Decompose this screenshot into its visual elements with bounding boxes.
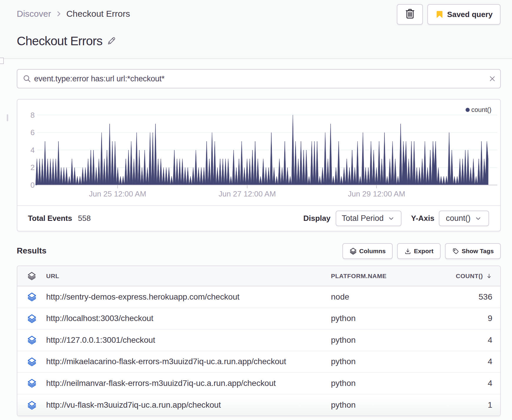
show-tags-button[interactable]: Show Tags [445,243,501,259]
cell-url[interactable]: http://mikaelacarino-flask-errors-m3uuiz… [46,357,331,366]
yaxis-value: count() [446,214,471,223]
breadcrumb-discover[interactable]: Discover [17,9,51,19]
table-header: URL PLATFORM.NAME COUNT() [17,266,500,286]
saved-query-label: Saved query [447,10,493,19]
saved-query-button[interactable]: Saved query [427,4,501,25]
breadcrumb-current: Checkout Errors [66,9,130,19]
columns-button[interactable]: Columns [342,243,393,259]
table-body: http://sentry-demos-express.herokuapp.co… [17,286,500,416]
x-tick-label: Jun 27 12:00 AM [218,189,276,198]
table-row[interactable]: http://sentry-demos-express.herokuapp.co… [17,286,500,308]
show-tags-label: Show Tags [462,248,494,255]
close-icon[interactable] [488,75,496,83]
bookmark-icon [436,11,443,18]
cell-platform: python [331,379,454,388]
sidebar-handle-artifact [0,58,4,64]
columns-label: Columns [359,248,386,255]
results-table: URL PLATFORM.NAME COUNT() http://sentry-… [17,266,501,416]
delete-query-button[interactable] [397,4,423,25]
cell-url[interactable]: http://vu-flask-m3uuizd7iq-uc.a.run.app/… [46,400,331,410]
display-value: Total Period [342,214,384,223]
total-events-value: 558 [78,214,91,223]
chevron-right-icon [55,10,63,18]
total-events-label: Total Events [28,214,72,223]
display-select[interactable]: Total Period [336,211,401,226]
column-header-count[interactable]: COUNT() [456,273,500,280]
yaxis-select[interactable]: count() [439,211,489,226]
cell-platform: python [331,335,454,345]
results-heading: Results [17,246,46,256]
header-actions: Saved query [397,4,501,25]
page-title: Checkout Errors [17,34,102,48]
column-header-platform[interactable]: PLATFORM.NAME [331,273,454,280]
stack-icon [28,272,36,280]
y-tick-label: 2 [31,163,35,172]
events-area-chart[interactable]: 02468 Jun 25 12:00 AMJun 27 12:00 AMJun … [17,100,500,205]
cell-url[interactable]: http://localhost:3003/checkout [46,314,331,323]
y-tick-label: 4 [31,146,35,154]
cell-count: 4 [488,357,500,366]
stack-icon-blue[interactable] [28,335,36,345]
chart-panel: 02468 Jun 25 12:00 AMJun 27 12:00 AMJun … [17,99,501,231]
column-header-url[interactable]: URL [46,273,331,280]
stack-icon-blue[interactable] [28,357,36,366]
cell-platform: node [331,292,454,302]
stack-icon-blue[interactable] [28,314,36,323]
cell-platform: python [331,314,454,323]
stack-icon-blue[interactable] [28,379,36,388]
sort-desc-arrow-icon [486,273,492,279]
download-icon [404,248,411,255]
cell-url[interactable]: http://127.0.0.1:3001/checkout [46,335,331,345]
yaxis-label: Y-Axis [411,214,435,223]
search-input[interactable]: event.type:error has:url url:*checkout* [34,74,488,83]
chart-legend[interactable]: count() [466,106,491,114]
cell-count: 536 [478,292,500,302]
count-header-label: COUNT() [456,273,483,280]
legend-label: count() [471,106,491,114]
cell-count: 4 [488,379,500,388]
cell-platform: python [331,357,454,366]
y-tick-label: 8 [31,111,35,120]
pencil-icon[interactable] [107,36,116,47]
stack-icon-blue[interactable] [28,401,36,410]
chevron-down-icon [387,215,395,222]
y-tick-label: 0 [31,181,35,189]
table-row[interactable]: http://vu-flask-m3uuizd7iq-uc.a.run.app/… [17,394,500,416]
layers-icon [350,248,357,255]
legend-dot-icon [466,108,470,112]
tag-icon [452,248,459,255]
cell-count: 1 [488,400,500,410]
chart-footer: Total Events 558 Display Total Period Y-… [17,205,500,231]
y-tick-label: 6 [31,128,35,137]
x-tick-label: Jun 29 12:00 AM [348,189,405,198]
display-label: Display [303,214,331,223]
table-row[interactable]: http://neilmanvar-flask-errors-m3uuizd7i… [17,373,500,394]
trash-icon [404,8,416,21]
scrollbar-artifact [7,114,8,121]
cell-url[interactable]: http://neilmanvar-flask-errors-m3uuizd7i… [46,379,331,388]
cell-platform: python [331,400,454,410]
breadcrumb: Discover Checkout Errors [17,9,130,19]
table-row[interactable]: http://localhost:3003/checkout python 9 [17,308,500,330]
table-row[interactable]: http://mikaelacarino-flask-errors-m3uuiz… [17,351,500,373]
cell-count: 4 [488,335,500,345]
search-bar[interactable]: event.type:error has:url url:*checkout* [17,69,501,88]
export-label: Export [414,248,434,255]
table-row[interactable]: http://127.0.0.1:3001/checkout python 4 [17,330,500,351]
stack-icon-blue[interactable] [28,292,36,301]
cell-url[interactable]: http://sentry-demos-express.herokuapp.co… [46,292,331,302]
export-button[interactable]: Export [397,243,441,259]
chevron-down-icon [474,215,482,222]
search-icon [23,74,31,83]
cell-count: 9 [488,314,500,323]
x-tick-label: Jun 25 12:00 AM [89,189,146,198]
